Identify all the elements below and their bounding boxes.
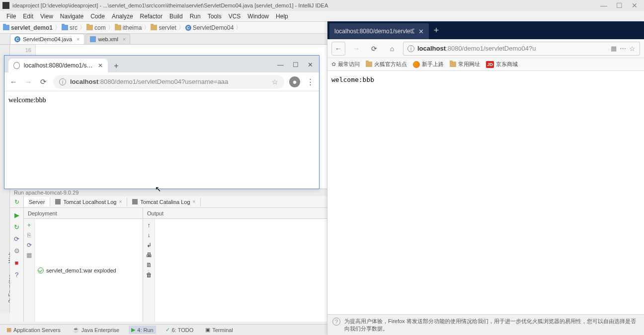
deploy-refresh[interactable]: ⟳	[27, 242, 32, 249]
crumb-servlet[interactable]: servlet	[151, 24, 176, 31]
close-icon[interactable]: ×	[193, 199, 196, 204]
add-button[interactable]: +	[27, 222, 31, 229]
maximize-button[interactable]: ☐	[293, 61, 299, 68]
tab-servletdemo04[interactable]: C ServletDemo04.java ×	[10, 34, 84, 44]
back-button[interactable]: ←	[8, 77, 18, 87]
chrome-tab[interactable]: localhost:8080/demo1/servlet ✕	[8, 59, 108, 72]
tab-webxml[interactable]: web.xml ×	[85, 34, 131, 44]
soft-wrap-button[interactable]: ↲	[147, 242, 152, 249]
reload-button[interactable]: ⟳	[38, 77, 48, 87]
clear-button[interactable]: 🗎	[146, 262, 152, 268]
help-button[interactable]: ?	[13, 270, 21, 278]
settings-button[interactable]: ⚙	[13, 247, 21, 255]
menu-refactor[interactable]: Refactor	[137, 13, 166, 20]
back-button[interactable]: ←	[331, 42, 345, 56]
tab-localhost-log[interactable]: Tomcat Localhost Log×	[50, 198, 127, 206]
bookmark-newbie[interactable]: 新手上路	[413, 61, 444, 68]
profile-button[interactable]: ●	[289, 76, 300, 87]
menu-analyze[interactable]: Analyze	[108, 13, 137, 20]
menu-edit[interactable]: Edit	[19, 13, 37, 20]
crumb-module[interactable]: servlet_demo1	[3, 24, 53, 31]
menu-window[interactable]: Window	[244, 13, 272, 20]
menu-navigate[interactable]: Navigate	[57, 13, 87, 20]
bookmark-icon[interactable]	[272, 78, 278, 86]
reload-button[interactable]: ⟳	[367, 42, 381, 56]
close-icon[interactable]: ×	[77, 36, 80, 42]
minimize-button[interactable]: —	[277, 61, 284, 68]
crumb-itheima[interactable]: itheima	[115, 24, 142, 31]
minimize-button[interactable]: —	[600, 1, 607, 9]
bookmark-most-visited[interactable]: ✿最常访问	[331, 61, 360, 68]
menu-file[interactable]: File	[3, 13, 19, 20]
run-button[interactable]: ▶	[13, 211, 21, 219]
tab-catalina-log[interactable]: Tomcat Catalina Log×	[127, 198, 201, 206]
chrome-menu-button[interactable]: ⋮	[305, 77, 315, 87]
menu-code[interactable]: Code	[87, 13, 108, 20]
crumb-com[interactable]: com	[86, 24, 106, 31]
chrome-toolbar: ← → ⟳ i localhost:8080/demo1/servletDemo…	[4, 72, 319, 91]
menu-build[interactable]: Build	[166, 13, 186, 20]
tab-label: web.xml	[98, 36, 118, 42]
artifact-item[interactable]: servlet_demo1:war exploded	[35, 219, 119, 322]
run-header: Run apache-tomcat-9.0.29	[10, 189, 327, 196]
trash-button[interactable]: 🗑	[146, 271, 152, 278]
firefox-newtab-button[interactable]: +	[429, 25, 444, 36]
home-button[interactable]: ⌂	[385, 42, 399, 56]
remove-button[interactable]: ⎘	[27, 232, 31, 239]
close-icon[interactable]: ✕	[418, 28, 424, 35]
deploy-more[interactable]: ▦	[26, 252, 32, 259]
info-icon: i	[407, 45, 414, 52]
more-icon[interactable]: ⋯	[620, 45, 626, 52]
scroll-up-button[interactable]: ↑	[148, 222, 151, 229]
chrome-address-bar[interactable]: i localhost:8080/demo1/servletDemo04?use…	[53, 75, 284, 89]
bottom-todo[interactable]: ✓6: TODO	[163, 326, 196, 334]
bookmark-common[interactable]: 常用网址	[450, 61, 480, 68]
crumb-src[interactable]: src	[62, 24, 78, 31]
bottom-app-servers[interactable]: ▦Application Servers	[4, 326, 63, 334]
maximize-button[interactable]: ☐	[616, 1, 623, 9]
bottom-java-ee[interactable]: ☕Java Enterprise	[70, 326, 122, 334]
question-icon: ?	[332, 318, 340, 326]
print-button[interactable]: 🖶	[146, 252, 152, 259]
menu-view[interactable]: View	[37, 13, 57, 20]
stop-button[interactable]: ■	[13, 259, 21, 267]
bookmark-jd[interactable]: JD京东商城	[486, 61, 518, 68]
bookmark-huohu[interactable]: 火狐官方站点	[366, 61, 407, 68]
chrome-newtab-button[interactable]: +	[110, 60, 123, 72]
close-icon[interactable]: ×	[123, 36, 126, 42]
line-number: 16	[10, 47, 31, 53]
menu-help[interactable]: Help	[272, 13, 292, 20]
run-restart-button[interactable]: ↻	[10, 196, 24, 207]
close-button[interactable]: ✕	[308, 61, 313, 68]
menu-vcs[interactable]: VCS	[225, 13, 244, 20]
forward-button[interactable]: →	[23, 77, 33, 87]
qr-icon[interactable]: ▦	[611, 45, 617, 52]
firefox-icon	[413, 61, 420, 68]
close-button[interactable]: ✕	[632, 1, 638, 9]
tab-server[interactable]: Server	[24, 198, 50, 206]
folder-icon	[62, 25, 68, 30]
menu-run[interactable]: Run	[186, 13, 204, 20]
class-icon: C	[185, 25, 191, 31]
forward-button[interactable]: →	[349, 42, 363, 56]
firefox-toolbar: ← → ⟳ ⌂ i localhost:8080/demo1/servletDe…	[327, 39, 644, 58]
menu-tools[interactable]: Tools	[204, 13, 225, 20]
menu-bar: File Edit View Navigate Code Analyze Ref…	[0, 11, 644, 22]
scroll-down-button[interactable]: ↓	[148, 232, 151, 239]
chrome-window-controls: — ☐ ✕	[277, 61, 319, 72]
crumb-class[interactable]: CServletDemo04	[185, 24, 234, 31]
class-icon: C	[14, 36, 20, 42]
reload-button[interactable]: ↻	[13, 223, 21, 231]
bottom-run[interactable]: ▶4: Run	[129, 326, 156, 334]
bookmark-icon[interactable]	[629, 45, 636, 53]
firefox-address-bar[interactable]: i localhost:8080/demo1/servletDemo04?u ▦…	[403, 42, 640, 56]
bottom-terminal[interactable]: ▣Terminal	[203, 326, 236, 334]
firefox-tabbar: localhost:8080/demo1/servletDe ✕ +	[327, 21, 644, 39]
firefox-tab[interactable]: localhost:8080/demo1/servletDe ✕	[329, 23, 429, 39]
chrome-titlebar: localhost:8080/demo1/servlet ✕ + — ☐ ✕	[4, 56, 319, 72]
chrome-tab-title: localhost:8080/demo1/servlet	[24, 62, 94, 69]
run-panel: Run apache-tomcat-9.0.29 ↻ Server Tomcat…	[10, 189, 327, 322]
debug-button[interactable]: ⟳	[13, 235, 21, 243]
close-icon[interactable]: ×	[119, 199, 122, 204]
close-icon[interactable]: ✕	[98, 62, 103, 69]
